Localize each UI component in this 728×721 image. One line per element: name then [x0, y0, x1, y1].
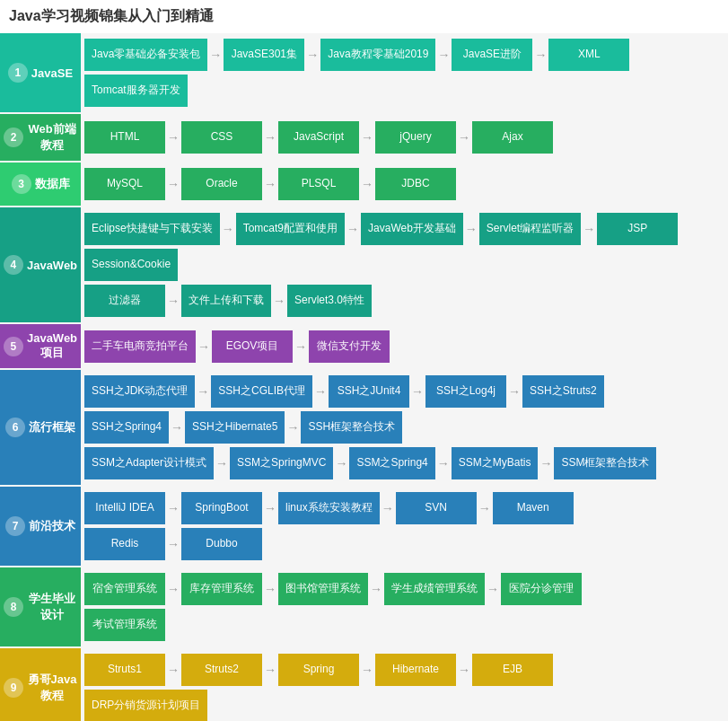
chip-javase-1-0[interactable]: Tomcat服务器开发: [84, 75, 188, 107]
chip-web-0-2[interactable]: JavaScript: [278, 121, 359, 154]
chip-brave-0-2[interactable]: Spring: [278, 654, 359, 686]
chip-javase-0-2[interactable]: Java教程零基础2019: [320, 39, 435, 71]
arrow-framework-0-3: →: [506, 384, 522, 399]
chip-javaweb-0-1[interactable]: Tomcat9配置和使用: [236, 213, 345, 245]
chip-graduate-0-3[interactable]: 学生成绩管理系统: [384, 573, 485, 605]
section-num-framework: 6: [5, 418, 25, 437]
chip-framework-2-0[interactable]: SSM之Adapter设计模式: [84, 447, 214, 479]
flow-row-frontier-0: IntelliJ IDEA→SpringBoot→linux系统安装教程→SVN…: [84, 492, 724, 524]
chip-framework-0-0[interactable]: SSH之JDK动态代理: [84, 375, 195, 408]
section-num-javaweb: 4: [4, 255, 23, 275]
section-label-javaweb: 4JavaWeb: [0, 207, 81, 322]
flow-row-javaweb-2: 过滤器→文件上传和下载→Servlet3.0特性: [84, 285, 724, 317]
chip-project-0-2[interactable]: 微信支付开发: [309, 330, 390, 363]
chip-framework-2-4[interactable]: SSM框架整合技术: [554, 447, 656, 479]
arrow-framework-2-1: →: [333, 456, 349, 470]
chip-db-0-3[interactable]: JDBC: [375, 168, 456, 200]
arrow-javaweb-0-2: →: [463, 222, 479, 236]
flow-row-javase-0: Java零基础必备安装包→JavaSE301集→Java教程零基础2019→Ja…: [84, 39, 724, 71]
chip-framework-2-3[interactable]: SSM之MyBatis: [452, 447, 539, 479]
arrow-project-0-1: →: [293, 339, 309, 354]
chip-brave-0-1[interactable]: Struts2: [181, 654, 262, 686]
chip-web-0-4[interactable]: Ajax: [472, 121, 553, 154]
section-content-web: HTML→CSS→JavaScript→jQuery→Ajax: [81, 114, 728, 161]
chip-web-0-1[interactable]: CSS: [181, 121, 262, 154]
chip-brave-0-3[interactable]: Hibernate: [375, 654, 456, 686]
chip-framework-1-1[interactable]: SSH之Hibernate5: [185, 411, 285, 444]
chip-framework-2-1[interactable]: SSM之SpringMVC: [230, 447, 333, 479]
flow-row-graduate-0: 宿舍管理系统→库存管理系统→图书馆管理系统→学生成绩管理系统→医院分诊管理: [84, 573, 724, 605]
arrow-db-0-0: →: [165, 177, 181, 191]
section-content-javaweb: Eclipse快捷键与下载安装→Tomcat9配置和使用→JavaWeb开发基础…: [81, 207, 728, 322]
chip-web-0-0[interactable]: HTML: [84, 121, 165, 154]
chip-framework-0-4[interactable]: SSH之Struts2: [522, 375, 604, 408]
section-name-db: 数据库: [35, 176, 70, 192]
chip-frontier-0-1[interactable]: SpringBoot: [181, 492, 262, 524]
chip-javaweb-0-4[interactable]: JSP: [597, 213, 678, 245]
section-content-brave: Struts1→Struts2→Spring→Hibernate→EJBDRP分…: [81, 648, 728, 721]
chip-javase-0-1[interactable]: JavaSE301集: [224, 39, 304, 71]
section-label-graduate: 8学生毕业设计: [0, 567, 81, 646]
arrow-framework-1-1: →: [285, 420, 301, 435]
chip-project-0-1[interactable]: EGOV项目: [212, 330, 293, 363]
arrow-framework-0-1: →: [312, 384, 329, 399]
chip-graduate-0-2[interactable]: 图书馆管理系统: [278, 573, 368, 605]
chip-javaweb-0-2[interactable]: JavaWeb开发基础: [361, 213, 463, 245]
flow-row-javaweb-1: Session&Cookie: [84, 249, 724, 281]
arrow-javase-0-3: →: [532, 48, 548, 62]
chip-framework-1-0[interactable]: SSH之Spring4: [84, 411, 169, 444]
chip-framework-0-1[interactable]: SSH之CGLIB代理: [211, 375, 312, 408]
arrow-brave-0-1: →: [262, 663, 278, 677]
chip-framework-1-2[interactable]: SSH框架整合技术: [301, 411, 402, 444]
arrow-framework-2-2: →: [435, 456, 452, 470]
chip-brave-0-4[interactable]: EJB: [472, 654, 553, 686]
chip-brave-0-0[interactable]: Struts1: [84, 654, 165, 686]
chip-graduate-0-4[interactable]: 医院分诊管理: [501, 573, 582, 605]
chip-graduate-1-0[interactable]: 考试管理系统: [84, 609, 165, 641]
section-label-javase: 1JavaSE: [0, 33, 81, 112]
section-label-db: 3数据库: [0, 163, 81, 206]
chip-javaweb-1-0[interactable]: Session&Cookie: [84, 249, 178, 281]
section-num-graduate: 8: [4, 597, 23, 617]
chip-javaweb-2-1[interactable]: 文件上传和下载: [181, 285, 271, 317]
chip-javaweb-2-0[interactable]: 过滤器: [84, 285, 165, 317]
flow-row-javase-1: Tomcat服务器开发: [84, 75, 724, 107]
chip-graduate-0-1[interactable]: 库存管理系统: [181, 573, 262, 605]
arrow-graduate-0-2: →: [368, 582, 384, 596]
chip-web-0-3[interactable]: jQuery: [375, 121, 456, 154]
chip-frontier-0-0[interactable]: IntelliJ IDEA: [84, 492, 165, 524]
chip-db-0-2[interactable]: PLSQL: [278, 168, 359, 200]
chip-brave-1-0[interactable]: DRP分销货源计划项目: [84, 690, 207, 721]
chip-frontier-0-4[interactable]: Maven: [493, 492, 574, 524]
arrow-web-0-3: →: [456, 130, 472, 145]
section-name-web: Web前端教程: [27, 121, 77, 154]
chip-javase-0-0[interactable]: Java零基础必备安装包: [84, 39, 207, 71]
arrow-brave-0-0: →: [165, 663, 181, 677]
section-web: 2Web前端教程HTML→CSS→JavaScript→jQuery→Ajax: [0, 114, 728, 161]
chip-frontier-1-1[interactable]: Dubbo: [181, 528, 262, 560]
chip-db-0-0[interactable]: MySQL: [84, 168, 165, 200]
chip-javase-0-4[interactable]: XML: [548, 39, 629, 71]
chip-framework-0-3[interactable]: SSH之Log4j: [425, 375, 506, 408]
flow-row-framework-0: SSH之JDK动态代理→SSH之CGLIB代理→SSH之JUnit4→SSH之L…: [84, 375, 724, 408]
arrow-db-0-1: →: [262, 177, 278, 191]
chip-javaweb-2-2[interactable]: Servlet3.0特性: [287, 285, 372, 317]
chip-frontier-0-3[interactable]: SVN: [396, 492, 477, 524]
chip-graduate-0-0[interactable]: 宿舍管理系统: [84, 573, 165, 605]
chip-frontier-1-0[interactable]: Redis: [84, 528, 165, 560]
section-num-web: 2: [4, 127, 23, 147]
chip-framework-2-2[interactable]: SSM之Spring4: [349, 447, 434, 479]
chip-javaweb-0-3[interactable]: Servlet编程监听器: [479, 213, 581, 245]
section-label-project: 5JavaWeb项目: [0, 324, 81, 368]
chip-frontier-0-2[interactable]: linux系统安装教程: [278, 492, 380, 524]
chip-javase-0-3[interactable]: JavaSE进阶: [452, 39, 532, 71]
chip-project-0-0[interactable]: 二手车电商竞拍平台: [84, 330, 196, 363]
section-name-framework: 流行框架: [29, 419, 75, 435]
arrow-framework-0-2: →: [409, 384, 425, 399]
chip-javaweb-0-0[interactable]: Eclipse快捷键与下载安装: [84, 213, 220, 245]
chip-db-0-1[interactable]: Oracle: [181, 168, 262, 200]
arrow-frontier-0-0: →: [165, 501, 181, 515]
arrow-web-0-1: →: [262, 130, 278, 145]
section-label-framework: 6流行框架: [0, 370, 81, 485]
chip-framework-0-2[interactable]: SSH之JUnit4: [329, 375, 409, 408]
